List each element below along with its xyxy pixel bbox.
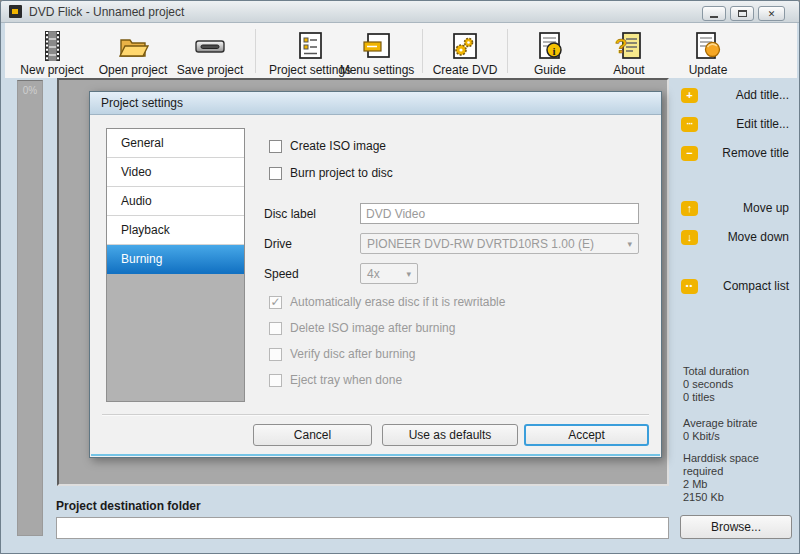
total-duration-block: Total duration 0 seconds 0 titles: [683, 365, 793, 404]
settings-tab-list: General Video Audio Playback Burning: [106, 128, 245, 402]
accept-button-label: Accept: [568, 428, 605, 442]
plus-icon: +: [681, 88, 698, 103]
arrow-up-icon: ↑: [681, 201, 698, 216]
verify-disc-label: Verify disc after burning: [290, 347, 415, 361]
compact-list-label: Compact list: [698, 279, 789, 293]
filmstrip-icon: [37, 30, 67, 62]
add-title-button[interactable]: + Add title...: [681, 85, 789, 105]
chevron-down-icon: ▾: [406, 269, 411, 279]
tab-playback[interactable]: Playback: [107, 216, 244, 245]
dialog-title: Project settings: [101, 96, 183, 110]
edit-title-label: Edit title...: [698, 117, 789, 131]
menu-window-icon: [361, 30, 393, 62]
speed-value: 4x: [367, 267, 380, 281]
chevron-down-icon: ▾: [627, 239, 632, 249]
minimize-button[interactable]: [702, 6, 726, 21]
toolbar-item-label: Save project: [171, 63, 249, 77]
create-iso-checkbox[interactable]: Create ISO image: [269, 138, 386, 154]
use-as-defaults-button[interactable]: Use as defaults: [382, 424, 518, 446]
close-button[interactable]: ✕: [758, 6, 785, 21]
eject-tray-checkbox: Eject tray when done: [269, 372, 402, 388]
toolbar-separator: [422, 29, 423, 73]
cancel-button[interactable]: Cancel: [253, 424, 372, 446]
menu-settings-button[interactable]: Menu settings: [335, 28, 419, 77]
maximize-icon: [738, 10, 747, 17]
toolbar-item-label: New project: [15, 63, 89, 77]
update-button[interactable]: Update: [677, 28, 739, 77]
destination-folder-label: Project destination folder: [56, 499, 201, 513]
guide-info-icon: i: [534, 30, 566, 62]
toolbar-separator: [255, 29, 256, 73]
drive-value: PIONEER DVD-RW DVRTD10RS 1.00 (E): [367, 237, 594, 251]
save-drive-icon: [193, 30, 227, 62]
toolbar-separator: [507, 29, 508, 73]
minus-icon: −: [681, 146, 698, 161]
harddisk-space-block: Harddisk space required 2 Mb 2150 Kb: [683, 452, 793, 504]
close-icon: ✕: [768, 9, 776, 19]
encode-progress-bar: 0%: [17, 80, 43, 536]
checkbox-box: [269, 348, 282, 361]
toolbar-item-label: Open project: [93, 63, 173, 77]
tab-burning[interactable]: Burning: [107, 245, 244, 274]
compact-list-button[interactable]: •• Compact list: [681, 276, 789, 296]
checkbox-box: [269, 374, 282, 387]
checkbox-box: [269, 167, 282, 180]
arrow-down-icon: ↓: [681, 230, 698, 245]
save-project-button[interactable]: Save project: [171, 28, 249, 77]
move-up-label: Move up: [698, 201, 789, 215]
average-bitrate-value: 0 Kbit/s: [683, 430, 793, 443]
burn-to-disc-checkbox[interactable]: Burn project to disc: [269, 165, 393, 181]
about-button[interactable]: ? About: [599, 28, 659, 77]
destination-folder-input[interactable]: [56, 517, 669, 539]
accept-button[interactable]: Accept: [524, 424, 649, 446]
checkbox-checked-box: ✓: [269, 296, 282, 309]
open-project-button[interactable]: Open project: [93, 28, 173, 77]
window-title: DVD Flick - Unnamed project: [29, 5, 184, 19]
browse-button[interactable]: Browse...: [680, 515, 792, 539]
delete-iso-checkbox: Delete ISO image after burning: [269, 320, 455, 336]
delete-iso-label: Delete ISO image after burning: [290, 321, 455, 335]
burn-to-disc-label: Burn project to disc: [290, 166, 393, 180]
toolbar-item-label: Update: [677, 63, 739, 77]
cancel-button-label: Cancel: [294, 428, 331, 442]
move-up-button[interactable]: ↑ Move up: [681, 198, 789, 218]
remove-title-button[interactable]: − Remove title: [681, 143, 789, 163]
edit-title-button[interactable]: ··· Edit title...: [681, 114, 789, 134]
progress-value: 0%: [23, 85, 37, 96]
speed-label: Speed: [264, 267, 299, 281]
harddisk-space-kb: 2150 Kb: [683, 491, 793, 504]
verify-disc-checkbox: Verify disc after burning: [269, 346, 415, 362]
app-icon: [9, 5, 22, 18]
tab-audio[interactable]: Audio: [107, 187, 244, 216]
tab-general[interactable]: General: [107, 129, 244, 158]
checkbox-box: [269, 322, 282, 335]
average-bitrate-label: Average bitrate: [683, 417, 793, 430]
title-bar: DVD Flick - Unnamed project ✕: [1, 1, 799, 23]
move-down-label: Move down: [698, 230, 789, 244]
maximize-button[interactable]: [730, 6, 754, 21]
checkbox-box: [269, 140, 282, 153]
toolbar-item-label: Guide: [520, 63, 580, 77]
disc-gears-icon: [449, 30, 481, 62]
harddisk-space-mb: 2 Mb: [683, 478, 793, 491]
new-project-button[interactable]: New project: [15, 28, 89, 77]
tab-video[interactable]: Video: [107, 158, 244, 187]
app-window: DVD Flick - Unnamed project ✕ New projec…: [0, 0, 800, 554]
total-duration-label: Total duration: [683, 365, 793, 378]
ellipsis-icon: ···: [681, 117, 698, 132]
speed-dropdown: 4x ▾: [360, 263, 418, 284]
total-duration-value: 0 seconds: [683, 378, 793, 391]
toolbar: New project Open project Save project: [5, 23, 797, 78]
move-down-button[interactable]: ↓ Move down: [681, 227, 789, 247]
dialog-title-bar[interactable]: Project settings: [90, 92, 661, 115]
about-question-icon: ?: [613, 30, 645, 62]
average-bitrate-block: Average bitrate 0 Kbit/s: [683, 417, 793, 443]
toolbar-item-label: About: [599, 63, 659, 77]
remove-title-label: Remove title: [698, 146, 789, 160]
create-dvd-button[interactable]: Create DVD: [430, 28, 500, 77]
browse-button-label: Browse...: [711, 520, 761, 534]
toolbar-item-label: Create DVD: [430, 63, 500, 77]
guide-button[interactable]: i Guide: [520, 28, 580, 77]
update-globe-icon: [692, 30, 724, 62]
open-folder-icon: [116, 30, 150, 62]
